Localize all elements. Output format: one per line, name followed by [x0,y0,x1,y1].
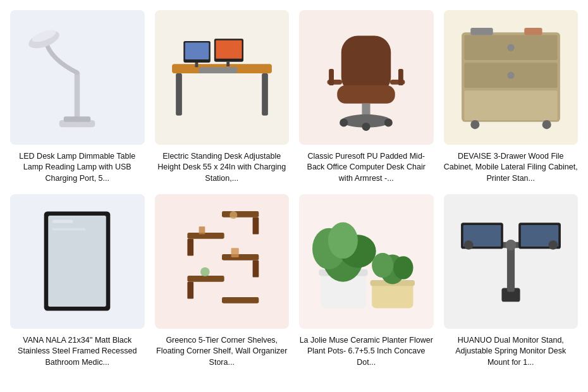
product-image-office-chair [299,10,434,145]
svg-rect-47 [252,260,259,278]
svg-rect-14 [226,62,230,66]
svg-rect-40 [222,211,259,217]
svg-rect-31 [464,91,557,121]
svg-rect-43 [187,276,224,282]
svg-rect-46 [187,239,193,256]
product-title-file-cabinet: DEVAISE 3-Drawer Wood File Cabinet, Mobi… [444,151,579,185]
svg-rect-39 [52,228,85,231]
svg-point-35 [542,120,551,129]
svg-rect-4 [64,117,91,123]
product-grid: LED Desk Lamp Dimmable Table Lamp Readin… [10,10,578,368]
product-title-medicine-cabinet: VANA NALA 21x34'' Matt Black Stainless S… [10,335,145,369]
svg-point-49 [230,211,237,219]
svg-rect-50 [199,227,205,235]
svg-rect-42 [222,254,259,260]
svg-point-30 [507,72,514,79]
svg-point-62 [372,253,393,278]
svg-rect-25 [398,69,403,85]
product-title-corner-shelf: Greenco 5-Tier Corner Shelves, Floating … [155,335,290,369]
svg-point-72 [464,240,474,250]
svg-rect-38 [52,220,73,223]
product-card-led-desk-lamp[interactable]: LED Desk Lamp Dimmable Table Lamp Readin… [10,10,145,184]
product-image-plant-pots [299,194,434,329]
svg-rect-24 [329,69,334,85]
svg-rect-32 [470,28,493,35]
product-card-plant-pots[interactable]: La Jolie Muse Ceramic Planter Flower Pla… [299,194,434,368]
product-image-electric-standing-desk [155,10,290,145]
product-image-monitor-stand [444,194,579,329]
product-card-office-chair[interactable]: Classic Puresoft PU Padded Mid-Back Offi… [299,10,434,184]
product-title-plant-pots: La Jolie Muse Ceramic Planter Flower Pla… [299,335,434,369]
svg-point-60 [328,223,358,259]
svg-rect-7 [262,73,268,116]
product-title-electric-standing-desk: Electric Standing Desk Adjustable Height… [155,151,290,185]
svg-point-34 [470,120,479,129]
product-image-medicine-cabinet [10,194,145,329]
svg-rect-13 [195,63,198,67]
svg-rect-33 [524,28,542,35]
svg-point-63 [393,256,413,279]
product-image-file-cabinet [444,10,579,145]
product-image-corner-shelf [155,194,290,329]
svg-rect-48 [187,282,193,299]
product-card-corner-shelf[interactable]: Greenco 5-Tier Corner Shelves, Floating … [155,194,290,368]
svg-rect-16 [337,85,395,104]
svg-point-19 [340,119,348,127]
svg-rect-11 [216,40,242,59]
svg-rect-45 [252,217,259,235]
svg-rect-41 [187,233,224,239]
svg-rect-12 [199,67,237,73]
product-image-led-desk-lamp [10,10,145,145]
product-title-led-desk-lamp: LED Desk Lamp Dimmable Table Lamp Readin… [10,151,145,185]
svg-point-21 [362,123,371,131]
product-card-electric-standing-desk[interactable]: Electric Standing Desk Adjustable Height… [155,10,290,184]
svg-rect-44 [222,297,259,303]
product-card-file-cabinet[interactable]: DEVAISE 3-Drawer Wood File Cabinet, Mobi… [444,10,579,184]
product-card-monitor-stand[interactable]: HUANUO Dual Monitor Stand, Adjustable Sp… [444,194,579,368]
product-card-medicine-cabinet[interactable]: VANA NALA 21x34'' Matt Black Stainless S… [10,194,145,368]
svg-point-73 [548,240,558,250]
svg-rect-51 [231,248,238,258]
svg-point-52 [200,267,210,277]
svg-point-20 [384,119,393,127]
svg-rect-15 [341,36,391,94]
product-title-office-chair: Classic Puresoft PU Padded Mid-Back Offi… [299,151,434,185]
svg-rect-9 [185,43,209,60]
svg-rect-6 [176,73,182,116]
svg-point-74 [505,240,516,250]
product-title-monitor-stand: HUANUO Dual Monitor Stand, Adjustable Sp… [444,335,579,369]
svg-rect-1 [75,73,80,122]
svg-point-28 [507,44,514,51]
